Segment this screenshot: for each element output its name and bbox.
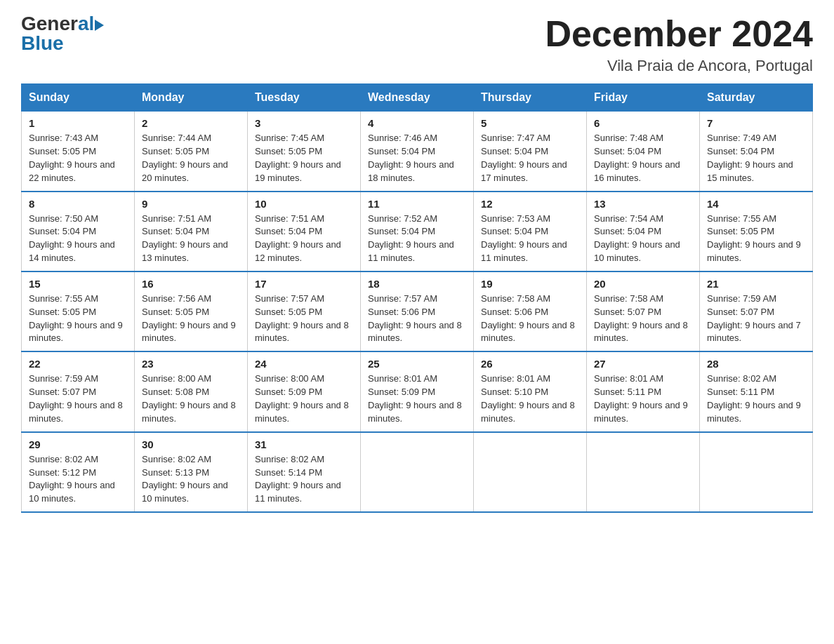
calendar-cell	[474, 432, 587, 512]
day-info: Sunrise: 7:45 AMSunset: 5:05 PMDaylight:…	[255, 133, 341, 183]
day-number: 6	[594, 117, 692, 129]
day-number: 5	[481, 117, 579, 129]
calendar-cell: 18Sunrise: 7:57 AMSunset: 5:06 PMDayligh…	[361, 271, 474, 351]
page-header: General Blue December 2024 Vila Praia de…	[21, 14, 813, 75]
day-info: Sunrise: 7:46 AMSunset: 5:04 PMDaylight:…	[368, 133, 454, 183]
day-info: Sunrise: 8:02 AMSunset: 5:11 PMDaylight:…	[707, 373, 801, 424]
calendar-cell: 21Sunrise: 7:59 AMSunset: 5:07 PMDayligh…	[700, 271, 813, 351]
calendar-cell: 19Sunrise: 7:58 AMSunset: 5:06 PMDayligh…	[474, 271, 587, 351]
day-number: 21	[707, 278, 805, 290]
calendar-header-wednesday: Wednesday	[361, 84, 474, 112]
calendar-header-tuesday: Tuesday	[248, 84, 361, 112]
calendar-cell: 8Sunrise: 7:50 AMSunset: 5:04 PMDaylight…	[22, 192, 135, 271]
calendar-header-row: SundayMondayTuesdayWednesdayThursdayFrid…	[22, 84, 813, 112]
day-info: Sunrise: 7:53 AMSunset: 5:04 PMDaylight:…	[481, 213, 567, 264]
day-info: Sunrise: 8:01 AMSunset: 5:10 PMDaylight:…	[481, 373, 575, 424]
calendar-cell: 7Sunrise: 7:49 AMSunset: 5:04 PMDaylight…	[700, 112, 813, 192]
calendar-cell: 12Sunrise: 7:53 AMSunset: 5:04 PMDayligh…	[474, 192, 587, 271]
calendar-cell: 10Sunrise: 7:51 AMSunset: 5:04 PMDayligh…	[248, 192, 361, 271]
day-number: 8	[29, 198, 127, 210]
day-info: Sunrise: 7:59 AMSunset: 5:07 PMDaylight:…	[29, 373, 123, 424]
day-number: 19	[481, 278, 579, 290]
calendar-cell: 9Sunrise: 7:51 AMSunset: 5:04 PMDaylight…	[135, 192, 248, 271]
day-info: Sunrise: 7:47 AMSunset: 5:04 PMDaylight:…	[481, 133, 567, 183]
calendar-cell: 26Sunrise: 8:01 AMSunset: 5:10 PMDayligh…	[474, 351, 587, 431]
calendar-cell: 14Sunrise: 7:55 AMSunset: 5:05 PMDayligh…	[700, 192, 813, 271]
day-number: 27	[594, 358, 692, 370]
calendar-cell: 16Sunrise: 7:56 AMSunset: 5:05 PMDayligh…	[135, 271, 248, 351]
calendar-cell: 22Sunrise: 7:59 AMSunset: 5:07 PMDayligh…	[22, 351, 135, 431]
calendar-week-row: 22Sunrise: 7:59 AMSunset: 5:07 PMDayligh…	[22, 351, 813, 431]
day-number: 9	[142, 198, 240, 210]
calendar-cell: 15Sunrise: 7:55 AMSunset: 5:05 PMDayligh…	[22, 271, 135, 351]
day-number: 18	[368, 278, 466, 290]
day-info: Sunrise: 7:50 AMSunset: 5:04 PMDaylight:…	[29, 213, 115, 264]
calendar-header-saturday: Saturday	[700, 84, 813, 112]
title-block: December 2024 Vila Praia de Ancora, Port…	[545, 14, 813, 75]
calendar-cell: 13Sunrise: 7:54 AMSunset: 5:04 PMDayligh…	[587, 192, 700, 271]
day-number: 23	[142, 358, 240, 370]
calendar-subtitle: Vila Praia de Ancora, Portugal	[545, 57, 813, 75]
day-info: Sunrise: 7:55 AMSunset: 5:05 PMDaylight:…	[29, 293, 123, 344]
day-number: 11	[368, 198, 466, 210]
calendar-table: SundayMondayTuesdayWednesdayThursdayFrid…	[21, 83, 813, 513]
day-number: 16	[142, 278, 240, 290]
day-number: 10	[255, 198, 353, 210]
day-info: Sunrise: 8:00 AMSunset: 5:08 PMDaylight:…	[142, 373, 236, 424]
calendar-header-sunday: Sunday	[22, 84, 135, 112]
day-info: Sunrise: 7:54 AMSunset: 5:04 PMDaylight:…	[594, 213, 680, 264]
day-number: 2	[142, 117, 240, 129]
calendar-cell: 17Sunrise: 7:57 AMSunset: 5:05 PMDayligh…	[248, 271, 361, 351]
calendar-cell: 23Sunrise: 8:00 AMSunset: 5:08 PMDayligh…	[135, 351, 248, 431]
calendar-cell: 2Sunrise: 7:44 AMSunset: 5:05 PMDaylight…	[135, 112, 248, 192]
day-number: 22	[29, 358, 127, 370]
calendar-header-friday: Friday	[587, 84, 700, 112]
day-number: 17	[255, 278, 353, 290]
day-info: Sunrise: 8:02 AMSunset: 5:12 PMDaylight:…	[29, 454, 115, 504]
day-info: Sunrise: 7:51 AMSunset: 5:04 PMDaylight:…	[255, 213, 341, 264]
day-info: Sunrise: 8:00 AMSunset: 5:09 PMDaylight:…	[255, 373, 349, 424]
calendar-cell	[587, 432, 700, 512]
day-number: 26	[481, 358, 579, 370]
day-number: 30	[142, 438, 240, 450]
logo-blue-text: Blue	[21, 34, 64, 53]
calendar-cell: 20Sunrise: 7:58 AMSunset: 5:07 PMDayligh…	[587, 271, 700, 351]
day-number: 15	[29, 278, 127, 290]
day-number: 4	[368, 117, 466, 129]
day-info: Sunrise: 8:02 AMSunset: 5:13 PMDaylight:…	[142, 454, 228, 504]
day-info: Sunrise: 7:57 AMSunset: 5:06 PMDaylight:…	[368, 293, 462, 344]
day-number: 31	[255, 438, 353, 450]
calendar-week-row: 15Sunrise: 7:55 AMSunset: 5:05 PMDayligh…	[22, 271, 813, 351]
day-number: 24	[255, 358, 353, 370]
day-info: Sunrise: 8:01 AMSunset: 5:11 PMDaylight:…	[594, 373, 688, 424]
logo: General Blue	[21, 14, 104, 53]
calendar-cell: 30Sunrise: 8:02 AMSunset: 5:13 PMDayligh…	[135, 432, 248, 512]
day-info: Sunrise: 7:49 AMSunset: 5:04 PMDaylight:…	[707, 133, 793, 183]
calendar-cell: 24Sunrise: 8:00 AMSunset: 5:09 PMDayligh…	[248, 351, 361, 431]
logo-general-text: General	[21, 14, 104, 34]
day-info: Sunrise: 8:01 AMSunset: 5:09 PMDaylight:…	[368, 373, 462, 424]
calendar-week-row: 8Sunrise: 7:50 AMSunset: 5:04 PMDaylight…	[22, 192, 813, 271]
calendar-week-row: 1Sunrise: 7:43 AMSunset: 5:05 PMDaylight…	[22, 112, 813, 192]
calendar-cell: 3Sunrise: 7:45 AMSunset: 5:05 PMDaylight…	[248, 112, 361, 192]
day-number: 20	[594, 278, 692, 290]
calendar-cell: 6Sunrise: 7:48 AMSunset: 5:04 PMDaylight…	[587, 112, 700, 192]
calendar-header-thursday: Thursday	[474, 84, 587, 112]
day-info: Sunrise: 7:48 AMSunset: 5:04 PMDaylight:…	[594, 133, 680, 183]
day-info: Sunrise: 7:55 AMSunset: 5:05 PMDaylight:…	[707, 213, 801, 264]
calendar-cell: 5Sunrise: 7:47 AMSunset: 5:04 PMDaylight…	[474, 112, 587, 192]
calendar-cell: 11Sunrise: 7:52 AMSunset: 5:04 PMDayligh…	[361, 192, 474, 271]
calendar-cell: 25Sunrise: 8:01 AMSunset: 5:09 PMDayligh…	[361, 351, 474, 431]
calendar-cell: 27Sunrise: 8:01 AMSunset: 5:11 PMDayligh…	[587, 351, 700, 431]
calendar-cell	[361, 432, 474, 512]
calendar-cell: 1Sunrise: 7:43 AMSunset: 5:05 PMDaylight…	[22, 112, 135, 192]
day-number: 7	[707, 117, 805, 129]
day-info: Sunrise: 7:44 AMSunset: 5:05 PMDaylight:…	[142, 133, 228, 183]
day-number: 25	[368, 358, 466, 370]
day-info: Sunrise: 8:02 AMSunset: 5:14 PMDaylight:…	[255, 454, 341, 504]
day-number: 12	[481, 198, 579, 210]
calendar-week-row: 29Sunrise: 8:02 AMSunset: 5:12 PMDayligh…	[22, 432, 813, 512]
day-info: Sunrise: 7:51 AMSunset: 5:04 PMDaylight:…	[142, 213, 228, 264]
day-number: 3	[255, 117, 353, 129]
calendar-header-monday: Monday	[135, 84, 248, 112]
